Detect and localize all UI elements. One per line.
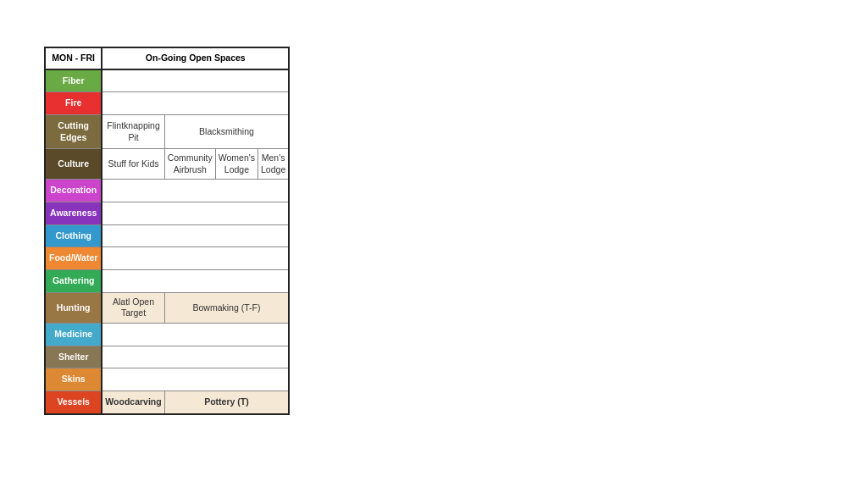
content-stuff-kids: Stuff for Kids — [102, 149, 164, 180]
category-food-water: Food/Water — [45, 247, 102, 270]
content-awareness — [102, 202, 289, 225]
table-row: Cutting Edges Flintknapping Pit Blacksmi… — [45, 114, 289, 148]
category-fiber: Fiber — [45, 69, 102, 92]
content-shelter — [102, 346, 289, 368]
category-hunting: Hunting — [45, 292, 102, 323]
table-row: Fire — [45, 92, 289, 115]
content-fiber — [102, 69, 289, 92]
table-row: Skins — [45, 368, 289, 391]
schedule-table: MON - FRI On-Going Open Spaces Fiber Fir… — [44, 47, 290, 415]
category-cutting-edges: Cutting Edges — [45, 114, 102, 148]
category-vessels: Vessels — [45, 390, 102, 413]
page: MON - FRI On-Going Open Spaces Fiber Fir… — [0, 0, 864, 504]
content-womens-lodge: Women's Lodge — [215, 149, 258, 180]
content-fire — [102, 92, 289, 115]
category-culture: Culture — [45, 149, 102, 180]
content-pottery: Pottery (T) — [164, 390, 289, 413]
content-clothing — [102, 224, 289, 247]
content-skins — [102, 368, 289, 391]
header-row: MON - FRI On-Going Open Spaces — [45, 47, 289, 69]
content-bowmaking: Bowmaking (T-F) — [164, 292, 289, 323]
content-mens-lodge: Men's Lodge — [258, 149, 290, 180]
category-awareness: Awareness — [45, 202, 102, 225]
category-medicine: Medicine — [45, 323, 102, 346]
header-ongoing: On-Going Open Spaces — [102, 47, 289, 69]
category-fire: Fire — [45, 92, 102, 115]
header-mon-fri: MON - FRI — [45, 47, 102, 69]
content-alatl: Alatl Open Target — [102, 292, 164, 323]
content-community-airbrush: Community Airbrush — [164, 149, 215, 180]
table-row: Culture Stuff for Kids Community Airbrus… — [45, 149, 289, 180]
table-row: Shelter — [45, 346, 289, 368]
category-shelter: Shelter — [45, 346, 102, 368]
category-decoration: Decoration — [45, 180, 102, 202]
content-flintknapping: Flintknapping Pit — [102, 114, 164, 148]
table-row: Awareness — [45, 202, 289, 225]
content-decoration — [102, 180, 289, 202]
content-gathering — [102, 270, 289, 293]
table-row: Medicine — [45, 323, 289, 346]
table-row: Gathering — [45, 270, 289, 293]
table-row: Fiber — [45, 69, 289, 92]
category-skins: Skins — [45, 368, 102, 391]
table-row: Vessels Woodcarving Pottery (T) — [45, 390, 289, 413]
table-row: Hunting Alatl Open Target Bowmaking (T-F… — [45, 292, 289, 323]
content-food-water — [102, 247, 289, 270]
table-row: Decoration — [45, 180, 289, 202]
category-clothing: Clothing — [45, 224, 102, 247]
category-gathering: Gathering — [45, 270, 102, 293]
table-row: Clothing — [45, 224, 289, 247]
content-medicine — [102, 323, 289, 346]
content-woodcarving: Woodcarving — [102, 390, 164, 413]
content-blacksmithing: Blacksmithing — [164, 114, 289, 148]
table-row: Food/Water — [45, 247, 289, 270]
